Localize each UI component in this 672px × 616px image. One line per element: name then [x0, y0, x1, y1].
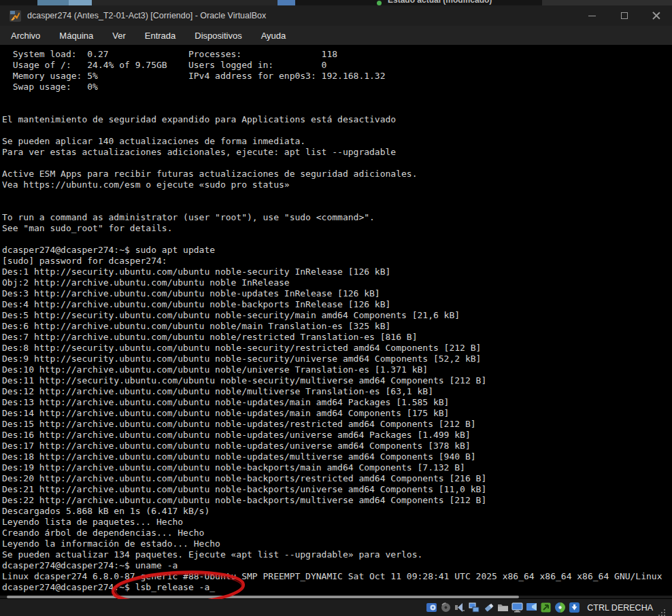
menu-archivo[interactable]: Archivo: [1, 27, 50, 44]
shared-folders-icon[interactable]: [497, 602, 509, 613]
recording-icon[interactable]: [526, 602, 537, 613]
background-window-strip[interactable]: Estado actual (modificado): [0, 0, 672, 5]
mouse-integration-icon[interactable]: [554, 602, 566, 613]
guest-features-icon[interactable]: [540, 602, 552, 613]
menu-dispositivos[interactable]: Dispositivos: [185, 27, 251, 44]
menu-ayuda[interactable]: Ayuda: [252, 27, 296, 44]
host-key-label: CTRL DERECHA: [587, 603, 653, 613]
window-title: dcasper274 (Antes_T2-01-Act3) [Corriendo…: [27, 11, 266, 20]
background-window-fragment: [69, 0, 92, 5]
menu-ver[interactable]: Ver: [103, 27, 135, 44]
display-icon[interactable]: [511, 602, 523, 613]
hard-disk-icon[interactable]: [426, 602, 437, 613]
titlebar[interactable]: dcasper274 (Antes_T2-01-Act3) [Corriendo…: [0, 5, 672, 26]
vm-state-green-dot-icon: [377, 1, 382, 5]
background-window-fragment: [37, 0, 69, 5]
background-window-fragment: [92, 0, 279, 5]
host-key-state-icon[interactable]: [569, 602, 580, 613]
horizontal-scrollbar-thumb[interactable]: [7, 596, 519, 598]
guest-console[interactable]: System load: 0.27 Processes: 118 Usage o…: [0, 45, 672, 599]
terminal-output[interactable]: System load: 0.27 Processes: 118 Usage o…: [2, 49, 662, 593]
background-window-fragment: [278, 0, 295, 5]
menu-entrada[interactable]: Entrada: [135, 27, 186, 44]
resize-grip[interactable]: [658, 609, 665, 616]
network-icon[interactable]: [469, 602, 480, 613]
minimize-button[interactable]: [576, 5, 608, 26]
virtualbox-window: Estado actual (modificado) dcasper274 (A…: [0, 0, 672, 616]
menubar: Archivo Máquina Ver Entrada Dispositivos…: [0, 26, 672, 45]
vm-state-label: Estado actual (modificado): [388, 0, 492, 5]
usb-icon[interactable]: [483, 602, 494, 613]
optical-disk-icon[interactable]: [440, 602, 452, 613]
audio-icon[interactable]: [454, 602, 466, 613]
close-button[interactable]: [640, 5, 672, 26]
menu-maquina[interactable]: Máquina: [50, 27, 103, 44]
maximize-button[interactable]: [608, 5, 640, 26]
virtualbox-vm-icon: [10, 10, 21, 22]
statusbar: CTRL DERECHA: [0, 599, 672, 616]
